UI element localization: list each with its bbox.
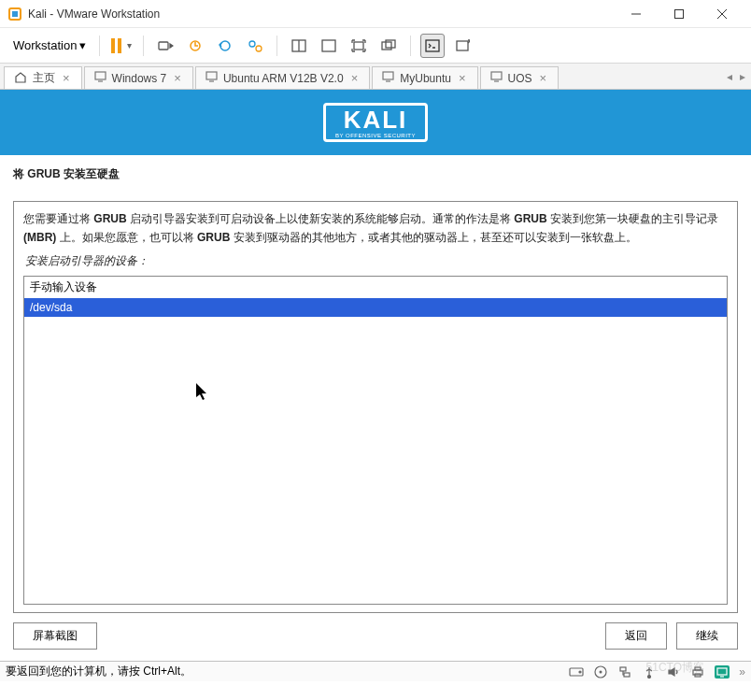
installer-section-title: 将 GRUB 安装至硬盘	[13, 166, 738, 182]
tab-next-button[interactable]: ▸	[740, 70, 745, 83]
network-icon[interactable]	[617, 665, 632, 679]
view-single-button[interactable]	[287, 34, 311, 58]
snapshot-button[interactable]	[183, 34, 207, 58]
window-title: Kali - VMware Workstation	[28, 7, 615, 21]
close-button[interactable]	[701, 0, 744, 28]
status-text: 要返回到您的计算机，请按 Ctrl+Alt。	[6, 664, 191, 679]
svg-rect-37	[717, 668, 727, 675]
vm-icon	[205, 71, 218, 85]
app-icon	[7, 7, 22, 21]
svg-rect-3	[675, 9, 684, 18]
revert-snapshot-button[interactable]	[213, 34, 237, 58]
manage-snapshot-button[interactable]	[243, 34, 267, 58]
tab-home[interactable]: 主页 ×	[4, 66, 82, 89]
home-icon	[14, 71, 27, 86]
tab-windows7[interactable]: Windows 7 ×	[84, 66, 193, 89]
pause-vm-button[interactable]: ▾	[109, 36, 134, 55]
kali-logo-subtitle: BY OFFENSIVE SECURITY	[335, 133, 416, 138]
tab-close-button[interactable]: ×	[457, 71, 468, 85]
separator	[276, 36, 277, 56]
chevron-down-icon: ▾	[127, 40, 132, 50]
svg-rect-21	[206, 72, 217, 79]
display-icon[interactable]	[715, 665, 730, 679]
view-thumbnail-button[interactable]	[317, 34, 341, 58]
chevron-right-icon[interactable]: »	[739, 665, 745, 679]
tab-prev-button[interactable]: ◂	[727, 70, 732, 83]
svg-point-28	[579, 671, 581, 673]
svg-point-8	[220, 41, 230, 50]
tab-close-button[interactable]: ×	[172, 71, 183, 85]
vm-icon	[490, 71, 503, 85]
kali-logo-text: KALI	[335, 107, 416, 132]
minimize-button[interactable]	[615, 0, 658, 28]
harddisk-icon[interactable]	[569, 665, 584, 679]
vm-icon	[382, 71, 394, 85]
send-ctrlaltdel-button[interactable]	[153, 34, 177, 58]
pause-icon	[111, 38, 121, 53]
chevron-down-icon: ▾	[79, 38, 86, 52]
svg-rect-15	[382, 42, 391, 50]
back-button[interactable]: 返回	[605, 622, 667, 650]
device-label: 安装启动引导器的设备：	[23, 251, 728, 270]
svg-point-10	[256, 46, 262, 51]
tab-label: Windows 7	[112, 72, 167, 85]
tab-ubuntu-arm[interactable]: Ubuntu ARM V12B V2.0 ×	[195, 66, 370, 89]
workstation-menu[interactable]: Workstation ▾	[9, 35, 90, 56]
console-view-button[interactable]	[420, 34, 445, 58]
tab-label: Ubuntu ARM V12B V2.0	[223, 72, 344, 85]
cd-icon[interactable]	[593, 665, 608, 679]
tab-close-button[interactable]: ×	[538, 71, 549, 85]
device-list: 手动输入设备 /dev/sda	[23, 276, 728, 605]
tab-nav: ◂ ▸	[721, 64, 751, 89]
tab-myubuntu[interactable]: MyUbuntu ×	[372, 66, 477, 89]
installer-body: 将 GRUB 安装至硬盘 您需要通过将 GRUB 启动引导器安装到可启动设备上以…	[0, 155, 751, 661]
svg-rect-18	[457, 41, 468, 50]
svg-rect-23	[383, 72, 393, 79]
status-bar: 要返回到您的计算机，请按 Ctrl+Alt。 »	[0, 661, 751, 681]
continue-button[interactable]: 继续	[676, 622, 738, 650]
tab-label: 主页	[33, 70, 55, 86]
stretch-button[interactable]	[450, 34, 475, 58]
svg-rect-32	[624, 673, 630, 677]
tab-close-button[interactable]: ×	[61, 71, 72, 85]
window-controls	[615, 0, 744, 28]
screenshot-button[interactable]: 屏幕截图	[13, 622, 97, 650]
separator	[99, 36, 100, 56]
svg-rect-16	[386, 40, 395, 48]
tab-close-button[interactable]: ×	[349, 71, 361, 85]
kali-logo: KALI BY OFFENSIVE SECURITY	[323, 103, 428, 142]
svg-rect-31	[620, 667, 626, 671]
unity-button[interactable]	[376, 34, 401, 58]
toolbar: Workstation ▾ ▾	[0, 28, 751, 64]
separator	[143, 36, 144, 56]
svg-rect-13	[322, 40, 335, 51]
svg-point-30	[600, 670, 602, 673]
tab-label: UOS	[508, 72, 532, 85]
device-item-sda[interactable]: /dev/sda	[24, 298, 727, 317]
vm-icon	[94, 71, 106, 85]
separator	[410, 36, 411, 56]
device-item-manual[interactable]: 手动输入设备	[24, 277, 727, 298]
tab-bar: 主页 × Windows 7 × Ubuntu ARM V12B V2.0 × …	[0, 64, 751, 90]
tab-label: MyUbuntu	[400, 72, 451, 85]
svg-rect-17	[426, 40, 439, 51]
watermark: 51CTO博客	[646, 660, 704, 676]
svg-rect-6	[159, 42, 168, 50]
svg-rect-19	[95, 72, 106, 79]
title-bar: Kali - VMware Workstation	[0, 0, 751, 28]
svg-point-9	[249, 41, 255, 47]
tab-uos[interactable]: UOS ×	[480, 66, 560, 89]
svg-rect-1	[12, 11, 18, 17]
fullscreen-button[interactable]	[347, 34, 371, 58]
installer-description: 您需要通过将 GRUB 启动引导器安装到可启动设备上以使新安装的系统能够启动。通…	[23, 209, 728, 248]
workstation-menu-label: Workstation	[13, 38, 77, 52]
installer-button-row: 屏幕截图 返回 继续	[13, 622, 738, 651]
svg-rect-25	[491, 72, 502, 79]
kali-banner: KALI BY OFFENSIVE SECURITY	[0, 90, 751, 155]
vm-display[interactable]: KALI BY OFFENSIVE SECURITY 将 GRUB 安装至硬盘 …	[0, 90, 751, 661]
svg-rect-14	[354, 42, 363, 50]
installer-content: 您需要通过将 GRUB 启动引导器安装到可启动设备上以使新安装的系统能够启动。通…	[13, 201, 738, 613]
maximize-button[interactable]	[658, 0, 701, 28]
